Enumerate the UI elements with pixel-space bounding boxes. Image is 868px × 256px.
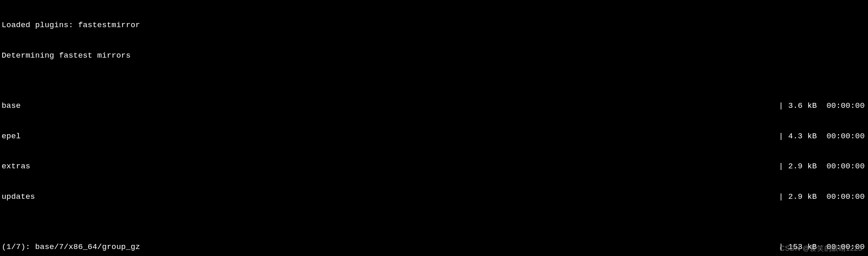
download-label: (1/7): base/7/x86_64/group_gz [2, 242, 140, 252]
repo-name: extras [2, 161, 30, 172]
download-row: (1/7): base/7/x86_64/group_gz | 153 kB 0… [2, 242, 868, 252]
repo-stats: | 4.3 kB 00:00:00 [779, 131, 868, 142]
repo-name: epel [2, 131, 21, 142]
repo-stats: | 2.9 kB 00:00:00 [779, 192, 868, 202]
terminal-output: Loaded plugins: fastestmirror Determinin… [0, 0, 868, 256]
repo-name: updates [2, 192, 35, 202]
repo-row: base | 3.6 kB 00:00:00 [2, 101, 868, 111]
line-plugins: Loaded plugins: fastestmirror [2, 20, 868, 30]
repo-row: updates | 2.9 kB 00:00:00 [2, 192, 868, 202]
watermark-text: CSDN @爱笑的眼睛1223 [780, 244, 862, 254]
line-determining: Determining fastest mirrors [2, 51, 868, 61]
repo-row: extras | 2.9 kB 00:00:00 [2, 161, 868, 172]
repo-name: base [2, 101, 21, 111]
repo-stats: | 2.9 kB 00:00:00 [779, 161, 868, 172]
repo-stats: | 3.6 kB 00:00:00 [779, 101, 868, 111]
repo-row: epel | 4.3 kB 00:00:00 [2, 131, 868, 142]
